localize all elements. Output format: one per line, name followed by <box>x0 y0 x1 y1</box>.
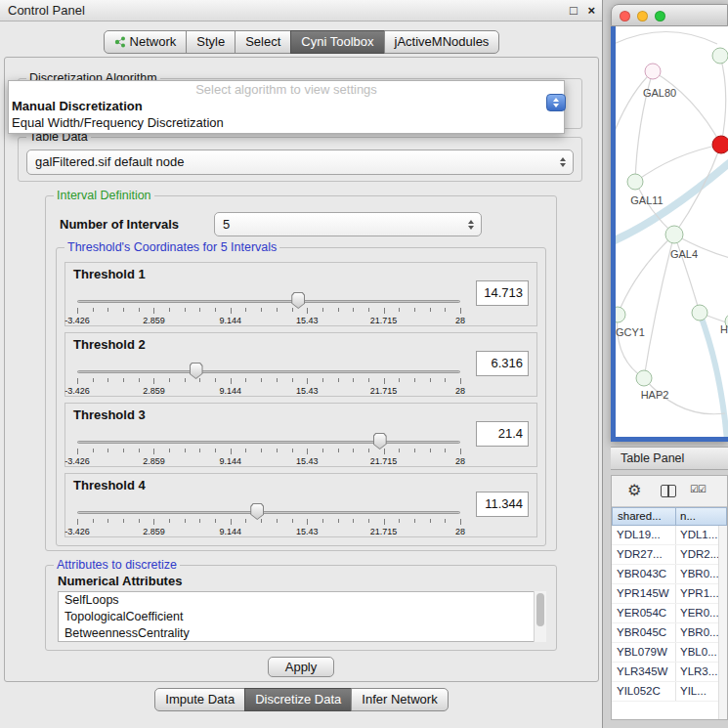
threshold-panels: Threshold 1-3.4262.8599.14415.4321.71528… <box>57 262 545 537</box>
table-panel-body: ⚙ ☑☑ shared... n... YDL19...YDL1...YDR27… <box>611 475 728 720</box>
slider-thumb[interactable] <box>250 503 264 520</box>
network-edge[interactable] <box>653 71 721 145</box>
tab-jactivemnodules[interactable]: jActiveMNodules <box>384 30 500 54</box>
table-cell-shared-name[interactable]: YPR145W <box>612 584 676 603</box>
table-cell-shared-name[interactable]: YDR27... <box>612 545 676 564</box>
table-cell-shared-name[interactable]: YBR045C <box>612 623 676 642</box>
bottom-tab-discretize-data[interactable]: Discretize Data <box>244 688 352 711</box>
attribute-item[interactable]: SelfLoops <box>59 592 545 609</box>
slider-track[interactable] <box>77 511 460 514</box>
threshold-label: Threshold 4 <box>73 478 146 492</box>
tab-select[interactable]: Select <box>235 30 291 54</box>
bottom-tab-infer-network[interactable]: Infer Network <box>351 688 448 711</box>
attribute-item[interactable]: BetweennessCentrality <box>59 625 545 642</box>
table-cell-shared-name[interactable]: YDL19... <box>612 526 676 544</box>
table-cell-shared-name[interactable]: YIL052C <box>612 682 676 701</box>
interval-definition-group: Interval Definition Number of Intervals … <box>45 195 557 551</box>
threshold-slider[interactable]: -3.4262.8599.14415.4321.71528 <box>77 292 460 325</box>
table-cell-shared-name[interactable]: YBL079W <box>612 643 676 662</box>
slider-track[interactable] <box>77 300 460 303</box>
slider-track[interactable] <box>77 370 460 373</box>
scale-label: -3.426 <box>64 386 90 396</box>
network-node-gal80[interactable] <box>645 64 661 79</box>
float-window-icon[interactable]: □ <box>570 0 578 21</box>
algorithm-combo-stepper[interactable] <box>546 94 566 111</box>
tab-label: jActiveMNodules <box>395 34 490 49</box>
zoom-traffic-light-icon[interactable] <box>655 11 665 21</box>
network-edge[interactable] <box>720 56 726 145</box>
table-row[interactable]: YPR145WYPR1... <box>612 584 727 604</box>
node-label: HAP2 <box>641 389 669 401</box>
algorithm-option[interactable]: Manual Discretization <box>9 98 564 114</box>
tab-label: Style <box>196 34 225 49</box>
table-row[interactable]: YBR045CYBR0... <box>612 623 727 643</box>
attribute-item[interactable]: TopologicalCoefficient <box>59 609 545 625</box>
slider-thumb[interactable] <box>373 433 387 450</box>
slider-thumb[interactable] <box>190 363 203 379</box>
threshold-value-field[interactable]: 6.316 <box>476 351 529 376</box>
number-of-intervals-value: 5 <box>223 217 230 232</box>
tab-style[interactable]: Style <box>186 30 236 54</box>
network-node[interactable] <box>712 136 728 153</box>
network-node-gal11[interactable] <box>627 174 643 190</box>
network-edge[interactable] <box>618 235 674 315</box>
table-cell-shared-name[interactable]: YER054C <box>612 604 676 622</box>
number-of-intervals-combo[interactable]: 5 <box>214 212 482 236</box>
network-node[interactable] <box>692 305 707 321</box>
network-edge[interactable] <box>616 31 717 46</box>
table-scrollbar[interactable] <box>718 526 727 719</box>
scale-label: 21.715 <box>370 456 398 466</box>
network-node-gcy1[interactable] <box>616 307 625 322</box>
column-header-shared-name[interactable]: shared... <box>612 507 676 526</box>
table-row[interactable]: YDR27...YDR2... <box>612 545 727 565</box>
threshold-slider[interactable]: -3.4262.8599.14415.4321.71528 <box>77 433 460 466</box>
top-tabs: NetworkStyleSelectCyni ToolboxjActiveMNo… <box>0 30 603 54</box>
apply-button[interactable]: Apply <box>268 657 334 677</box>
slider-track[interactable] <box>77 441 460 444</box>
table-cell-shared-name[interactable]: YBR043C <box>612 565 676 583</box>
table-row[interactable]: YBR043CYBR0... <box>612 565 727 584</box>
threshold-label: Threshold 1 <box>73 267 146 281</box>
table-row[interactable]: YER054CYER0... <box>612 604 727 623</box>
gear-icon[interactable]: ⚙ <box>627 481 641 499</box>
tab-cyni-toolbox[interactable]: Cyni Toolbox <box>290 30 384 54</box>
network-edge[interactable] <box>618 315 644 378</box>
columns-icon[interactable] <box>661 485 676 497</box>
bottom-tab-impute-data[interactable]: Impute Data <box>154 688 245 711</box>
threshold-value-field[interactable]: 11.344 <box>476 492 529 517</box>
network-graph: GAL80GAL11GAL4GCY1HAP2H <box>616 26 728 437</box>
close-traffic-light-icon[interactable] <box>620 11 630 21</box>
network-edge[interactable] <box>616 71 653 144</box>
network-node[interactable] <box>712 48 728 64</box>
column-header-name[interactable]: n... <box>676 507 727 526</box>
table-row[interactable]: YIL052CYIL... <box>612 682 727 702</box>
threshold-slider[interactable]: -3.4262.8599.14415.4321.71528 <box>77 503 460 536</box>
threshold-label: Threshold 2 <box>73 337 146 352</box>
scale-label: 2.859 <box>143 316 165 325</box>
threshold-value-field[interactable]: 14.713 <box>476 280 529 306</box>
network-node-gal4[interactable] <box>665 226 683 243</box>
tab-label: Select <box>245 34 280 49</box>
network-node-hap2[interactable] <box>636 370 652 386</box>
table-row[interactable]: YDL19...YDL1... <box>612 526 727 545</box>
network-canvas[interactable]: GAL80GAL11GAL4GCY1HAP2H <box>616 26 728 437</box>
threshold-slider[interactable]: -3.4262.8599.14415.4321.71528 <box>77 363 460 396</box>
attributes-scrollbar[interactable] <box>534 591 546 642</box>
threshold-value-field[interactable]: 21.4 <box>476 421 529 447</box>
tab-network[interactable]: Network <box>104 30 188 54</box>
scale-label: 9.144 <box>220 527 242 536</box>
table-cell-shared-name[interactable]: YLR345W <box>612 663 676 681</box>
close-window-icon[interactable]: × <box>587 0 595 21</box>
table-row[interactable]: YLR345WYLR3... <box>612 663 727 682</box>
table-data-combo[interactable]: galFiltered.sif default node <box>26 150 574 175</box>
minimize-traffic-light-icon[interactable] <box>637 11 648 21</box>
network-edge[interactable] <box>674 235 700 313</box>
scrollbar-thumb[interactable] <box>536 593 544 626</box>
table-row[interactable]: YBL079WYBL0... <box>612 643 727 663</box>
slider-thumb[interactable] <box>291 292 305 309</box>
tab-label: Network <box>130 34 177 49</box>
algorithm-option[interactable]: Equal Width/Frequency Discretization <box>9 114 564 131</box>
select-columns-icon[interactable]: ☑☑ <box>690 484 706 494</box>
window-buttons: □ × <box>563 0 595 21</box>
numerical-attributes-title: Numerical Attributes <box>58 574 182 588</box>
